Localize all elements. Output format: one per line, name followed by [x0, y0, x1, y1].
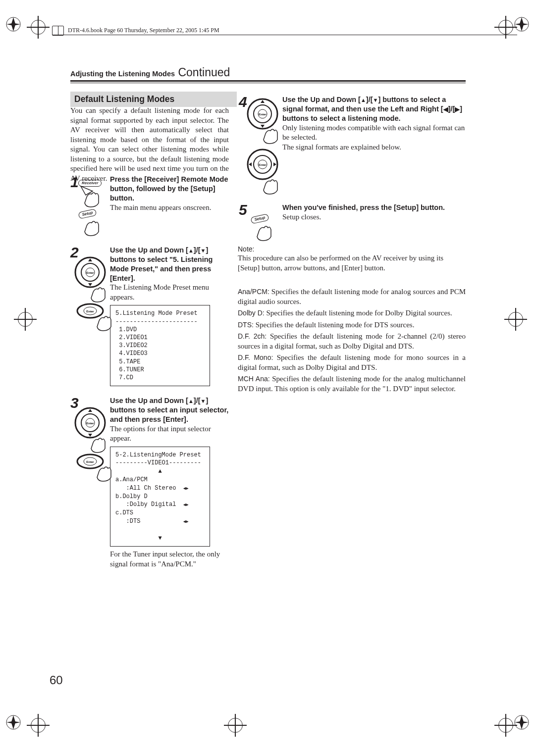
step-5-body: Setup closes.	[282, 212, 466, 222]
hand-press-icon	[77, 212, 102, 237]
step-1: Press the [Receiver] Remote Mode button,…	[110, 175, 229, 212]
right-triangle-icon: ▶	[455, 105, 460, 113]
hand-press-icon	[83, 278, 108, 303]
doc-header-text: DTR-4.6.book Page 60 Thursday, September…	[68, 27, 219, 35]
note-body: This procedure can also be performed on …	[238, 253, 466, 273]
definitions: Ana/PCM: Specifies the default listening…	[238, 287, 466, 396]
reg-mark	[31, 718, 46, 733]
page-title-cont: Continued	[175, 66, 230, 79]
step-3-body: The options for that input selector appe…	[110, 424, 229, 444]
term: D.F. Mono:	[238, 353, 273, 361]
rule	[52, 35, 517, 35]
hand-press-icon	[77, 183, 102, 208]
step-4-bold: Use the Up and Down [▲]/[▼] buttons to s…	[282, 95, 466, 123]
down-triangle-icon: ▼	[200, 398, 206, 404]
page-title-bold: Adjusting the Listening Modes	[70, 70, 175, 78]
term: Dolby D:	[238, 309, 265, 317]
reg-mark	[498, 718, 513, 733]
book-icon	[52, 26, 64, 36]
intro-text: You can specify a default listening mode…	[70, 106, 229, 183]
star-mark	[6, 17, 21, 32]
step-number: 5	[239, 200, 247, 219]
hand-press-icon	[249, 217, 274, 242]
down-triangle-icon: ▼	[200, 248, 206, 253]
star-mark	[6, 715, 21, 730]
screen-preview: 5.Listening Mode Preset ----------------…	[110, 305, 210, 386]
hand-press-icon	[256, 170, 280, 195]
step-4-body2: The signal formats are explained below.	[282, 143, 466, 152]
rule	[70, 80, 466, 82]
star-mark	[514, 715, 529, 730]
page-number: 60	[50, 672, 63, 688]
step-5-bold: When you've finished, press the [Setup] …	[282, 203, 466, 212]
hand-press-icon	[83, 429, 108, 454]
step-4-body1: Only listening modes compatible with eac…	[282, 123, 466, 143]
step-2-body: The Listening Mode Preset menu appears.	[110, 283, 229, 302]
up-triangle-icon: ▲	[188, 248, 194, 253]
star-mark	[514, 17, 529, 32]
hand-press-icon	[89, 307, 114, 332]
step-3-footnote: For the Tuner input selector, the only s…	[110, 550, 229, 569]
note-label: Note:	[238, 245, 466, 254]
step-5: When you've finished, press the [Setup] …	[282, 203, 466, 222]
reg-mark	[228, 718, 243, 733]
term: D.F. 2ch:	[238, 332, 267, 340]
svg-text:Enter: Enter	[259, 163, 267, 166]
svg-text:Enter: Enter	[86, 422, 94, 425]
reg-mark	[498, 20, 513, 35]
up-triangle-icon: ▲	[361, 97, 366, 103]
step-4: Use the Up and Down [▲]/[▼] buttons to s…	[282, 95, 466, 152]
reg-mark	[508, 312, 523, 327]
svg-text:Enter: Enter	[259, 113, 267, 116]
manual-page: DTR-4.6.book Page 60 Thursday, September…	[0, 0, 535, 756]
up-triangle-icon: ▲	[188, 398, 194, 404]
section-title: Default Listening Modes	[70, 92, 237, 107]
step-number: 4	[239, 92, 247, 111]
svg-text:Enter: Enter	[86, 271, 94, 274]
left-triangle-icon: ◀	[443, 105, 448, 113]
term: Ana/PCM:	[238, 288, 269, 296]
screen-preview: 5-2.ListeningMode Preset ---------VIDEO1…	[110, 447, 210, 547]
step-1-bold: Press the [Receiver] Remote Mode button,…	[110, 175, 229, 203]
term: MCH Ana:	[238, 375, 270, 383]
hand-press-icon	[256, 120, 280, 145]
term: DTS:	[238, 321, 254, 329]
step-3: Use the Up and Down [▲]/[▼] buttons to s…	[110, 396, 229, 569]
down-triangle-icon: ▼	[373, 97, 378, 103]
reg-mark	[31, 20, 46, 35]
reg-mark	[18, 312, 33, 327]
step-2-bold: Use the Up and Down [▲]/[▼] buttons to s…	[110, 246, 229, 283]
step-2: Use the Up and Down [▲]/[▼] buttons to s…	[110, 246, 229, 386]
doc-header: DTR-4.6.book Page 60 Thursday, September…	[52, 26, 219, 36]
step-1-body: The main menu appears onscreen.	[110, 203, 229, 213]
rule	[70, 83, 466, 83]
step-3-bold: Use the Up and Down [▲]/[▼] buttons to s…	[110, 396, 229, 424]
page-title: Adjusting the Listening Modes Continued	[70, 65, 230, 80]
hand-press-icon	[89, 457, 114, 482]
